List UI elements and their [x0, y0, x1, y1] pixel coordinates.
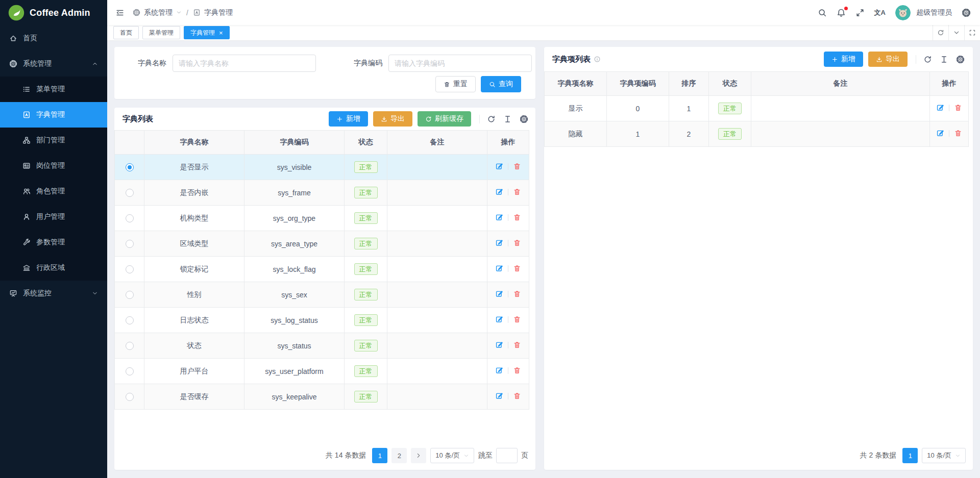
delete-icon[interactable] [513, 315, 521, 323]
avatar[interactable] [895, 5, 911, 20]
row-radio[interactable] [126, 316, 134, 324]
sidebar-item-home[interactable]: 首页 [0, 26, 107, 51]
tab-dict-management[interactable]: 字典管理× [184, 26, 230, 39]
page-button-2[interactable]: 2 [391, 448, 407, 463]
delete-icon[interactable] [513, 366, 521, 374]
export-button[interactable]: 导出 [373, 111, 412, 127]
page-button-1[interactable]: 1 [372, 448, 387, 463]
row-height-icon[interactable] [940, 55, 948, 64]
table-row[interactable]: 用户平台sys_user_platform正常 [115, 359, 529, 384]
app-logo[interactable]: Coffee Admin [0, 0, 107, 26]
search-icon[interactable] [818, 8, 827, 17]
row-radio[interactable] [126, 214, 134, 222]
page-button-1[interactable]: 1 [902, 448, 918, 463]
table-row[interactable]: 是否显示sys_visible正常 [115, 155, 529, 180]
table-row[interactable]: 机构类型sys_org_type正常 [115, 206, 529, 231]
delete-icon[interactable] [513, 341, 521, 349]
sidebar-item-admin-region[interactable]: 行政区域 [0, 255, 107, 281]
cell-code: 0 [607, 96, 669, 121]
edit-icon[interactable] [495, 392, 503, 400]
delete-icon[interactable] [513, 264, 521, 272]
sidebar-item-menu-management[interactable]: 菜单管理 [0, 77, 107, 102]
add-button[interactable]: 新增 [329, 111, 368, 127]
edit-icon[interactable] [495, 264, 503, 272]
delete-icon[interactable] [513, 290, 521, 298]
notifications-button[interactable] [837, 8, 846, 17]
table-row[interactable]: 日志状态sys_log_status正常 [115, 308, 529, 333]
table-row[interactable]: 区域类型sys_area_type正常 [115, 231, 529, 257]
next-page-button[interactable] [411, 448, 426, 463]
row-radio[interactable] [126, 342, 134, 350]
table-row[interactable]: 隐藏12正常 [545, 121, 969, 147]
breadcrumb-level1[interactable]: 系统管理 [144, 8, 173, 17]
refresh-icon[interactable] [923, 55, 932, 64]
row-height-icon[interactable] [503, 115, 512, 123]
sidebar-item-post-management[interactable]: 岗位管理 [0, 153, 107, 179]
row-radio[interactable] [126, 163, 134, 171]
sidebar-item-user-management[interactable]: 用户管理 [0, 204, 107, 230]
refresh-cache-button[interactable]: 刷新缓存 [418, 111, 471, 127]
delete-icon[interactable] [513, 188, 521, 196]
maximize-content-button[interactable] [964, 25, 980, 40]
page-size-select[interactable]: 10 条/页 [922, 448, 966, 463]
tab-options-button[interactable] [948, 25, 964, 40]
query-button[interactable]: 查询 [481, 76, 521, 92]
row-radio[interactable] [126, 240, 134, 248]
sidebar-item-role-management[interactable]: 角色管理 [0, 179, 107, 204]
table-row[interactable]: 是否缓存sys_keepalive正常 [115, 384, 529, 410]
edit-icon[interactable] [495, 366, 503, 374]
edit-icon[interactable] [495, 188, 503, 196]
page-size-select[interactable]: 10 条/页 [430, 448, 474, 463]
sidebar-item-param-management[interactable]: 参数管理 [0, 230, 107, 255]
edit-icon[interactable] [495, 341, 503, 349]
reset-button[interactable]: 重置 [435, 76, 476, 92]
sidebar-item-system-management[interactable]: 系统管理 [0, 51, 107, 77]
table-row[interactable]: 是否内嵌sys_frame正常 [115, 180, 529, 206]
export-item-button[interactable]: 导出 [868, 52, 908, 67]
edit-icon[interactable] [495, 315, 503, 323]
delete-icon[interactable] [513, 213, 521, 221]
sidebar-item-dept-management[interactable]: 部门管理 [0, 128, 107, 153]
edit-icon[interactable] [495, 239, 503, 247]
edit-icon[interactable] [936, 129, 944, 137]
sidebar-item-dict-management[interactable]: 字典管理 [0, 102, 107, 128]
settings-icon[interactable] [962, 8, 971, 17]
table-row[interactable]: 状态sys_status正常 [115, 333, 529, 359]
row-radio[interactable] [126, 265, 134, 273]
refresh-icon[interactable] [487, 115, 496, 123]
tab-close-icon[interactable]: × [219, 30, 223, 36]
delete-icon[interactable] [513, 162, 521, 170]
delete-icon[interactable] [954, 104, 962, 112]
jump-page-input[interactable] [496, 448, 518, 463]
delete-icon[interactable] [513, 239, 521, 247]
row-radio[interactable] [126, 393, 134, 401]
tab-actions [933, 25, 980, 40]
row-radio[interactable] [126, 291, 134, 299]
username[interactable]: 超级管理员 [916, 8, 952, 17]
table-row[interactable]: 显示01正常 [545, 96, 969, 121]
edit-icon[interactable] [495, 162, 503, 170]
cell-status: 正常 [345, 359, 387, 384]
edit-icon[interactable] [936, 104, 944, 112]
table-row[interactable]: 锁定标记sys_lock_flag正常 [115, 257, 529, 282]
collapse-sidebar-icon[interactable] [115, 8, 125, 17]
edit-icon[interactable] [495, 290, 503, 298]
row-radio[interactable] [126, 367, 134, 375]
edit-icon[interactable] [495, 213, 503, 221]
tab-menu-management[interactable]: 菜单管理 [142, 26, 180, 39]
dict-code-input[interactable] [388, 55, 532, 72]
delete-icon[interactable] [513, 392, 521, 400]
table-row[interactable]: 性别sys_sex正常 [115, 282, 529, 308]
delete-icon[interactable] [954, 129, 962, 137]
add-item-button[interactable]: 新增 [824, 52, 863, 67]
translate-icon[interactable]: 文A [874, 8, 886, 17]
cell-status: 正常 [345, 155, 387, 180]
row-radio[interactable] [126, 189, 134, 197]
fullscreen-icon[interactable] [855, 8, 865, 17]
column-settings-icon[interactable] [956, 55, 965, 64]
sidebar-item-system-monitor[interactable]: 系统监控 [0, 281, 107, 306]
refresh-tab-button[interactable] [933, 25, 948, 40]
tab-home[interactable]: 首页 [113, 26, 139, 39]
dict-name-input[interactable] [173, 55, 316, 72]
column-settings-icon[interactable] [520, 115, 528, 123]
